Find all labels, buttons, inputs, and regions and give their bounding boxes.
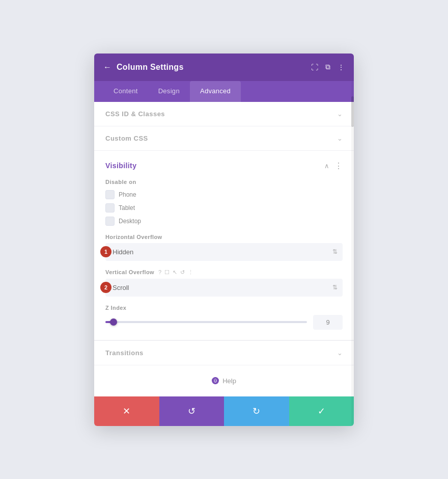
custom-css-chevron: ⌄ [337,135,343,142]
visibility-chevron-up[interactable]: ∧ [324,162,329,170]
panel-footer: ✕ ↺ ↻ ✓ [94,396,354,426]
z-index-label: Z Index [105,305,343,311]
horizontal-overflow-label: Horizontal Overflow [105,234,162,240]
z-index-block: Z Index 9 [105,305,343,330]
transitions-label: Transitions [105,349,144,357]
phone-checkbox[interactable] [105,190,115,199]
desktop-label: Desktop [119,218,141,225]
z-index-slider-thumb[interactable] [110,318,117,326]
phone-label: Phone [119,191,136,198]
panel-title: Column Settings [117,63,184,72]
checkbox-phone-row: Phone [105,190,343,199]
visibility-header-right: ∧ ⋮ [324,161,343,171]
vertical-overflow-icons: ? ☐ ↖ ↺ ⋮ [158,269,193,276]
scrollbar-track [351,81,354,426]
visibility-header: Visibility ∧ ⋮ [105,161,343,171]
css-id-classes-chevron: ⌄ [337,110,343,118]
panel-header: ← Column Settings ⛶ ⧉ ⋮ [94,54,354,81]
help-icon-small[interactable]: ? [158,269,161,275]
horizontal-overflow-label-row: Horizontal Overflow [105,234,343,240]
visibility-more-icon[interactable]: ⋮ [334,161,343,171]
tablet-checkbox[interactable] [105,203,115,212]
tab-design[interactable]: Design [148,81,190,102]
css-id-classes-section[interactable]: CSS ID & Classes ⌄ [94,102,354,126]
help-circle-icon[interactable]: ⓿ [212,377,219,385]
fullscreen-icon[interactable]: ⛶ [311,63,318,71]
cancel-button[interactable]: ✕ [94,396,159,426]
save-button[interactable]: ✓ [289,396,354,426]
column-settings-panel: ← Column Settings ⛶ ⧉ ⋮ Content Design A… [94,54,354,426]
custom-css-label: Custom CSS [105,135,148,142]
vertical-overflow-label: Vertical Overflow [105,269,154,275]
panel-content: CSS ID & Classes ⌄ Custom CSS ⌄ Visibili… [94,102,354,396]
vertical-overflow-select-wrapper: 2 Hidden Visible Scroll Auto ⇅ [105,279,343,297]
css-id-classes-label: CSS ID & Classes [105,110,165,118]
disable-on-label: Disable on [105,179,343,185]
z-index-input[interactable]: 9 [313,315,343,330]
tablet-label: Tablet [119,204,135,211]
scrollbar-thumb[interactable] [351,96,354,127]
vertical-overflow-block: Vertical Overflow ? ☐ ↖ ↺ ⋮ 2 Hidden Vis… [105,269,343,297]
tab-content[interactable]: Content [103,81,148,102]
custom-css-section[interactable]: Custom CSS ⌄ [94,126,354,151]
tablet-icon-small[interactable]: ☐ [164,269,170,276]
vertical-overflow-label-row: Vertical Overflow ? ☐ ↖ ↺ ⋮ [105,269,343,276]
cursor-icon-small[interactable]: ↖ [173,269,177,276]
desktop-checkbox[interactable] [105,217,115,226]
horizontal-overflow-select[interactable]: Hidden Visible Scroll Auto [105,243,343,261]
horizontal-overflow-block: Horizontal Overflow 1 Hidden Visible Scr… [105,234,343,261]
help-label: Help [222,377,236,385]
checkbox-tablet-row: Tablet [105,203,343,212]
reset-icon-small[interactable]: ↺ [180,269,185,276]
vertical-overflow-select[interactable]: Hidden Visible Scroll Auto [105,279,343,297]
visibility-title: Visibility [105,162,136,170]
transitions-section[interactable]: Transitions ⌄ [94,340,354,365]
z-index-row: 9 [105,315,343,330]
more-options-icon[interactable]: ⋮ [338,63,345,71]
header-left: ← Column Settings [103,63,184,72]
help-area: ⓿ Help [94,365,354,396]
vertical-overflow-badge: 2 [100,282,111,293]
split-icon[interactable]: ⧉ [325,63,330,71]
redo-button[interactable]: ↻ [224,396,289,426]
horizontal-overflow-select-wrapper: 1 Hidden Visible Scroll Auto ⇅ [105,243,343,261]
panel-tabs: Content Design Advanced [94,81,354,102]
checkbox-desktop-row: Desktop [105,217,343,226]
horizontal-overflow-badge: 1 [100,246,111,257]
visibility-section: Visibility ∧ ⋮ Disable on Phone Tablet D… [94,151,354,340]
transitions-chevron: ⌄ [337,349,343,357]
reset-button[interactable]: ↺ [159,396,225,426]
back-button[interactable]: ← [103,63,111,72]
tab-advanced[interactable]: Advanced [190,81,241,102]
more-icon-small[interactable]: ⋮ [188,269,193,276]
header-right: ⛶ ⧉ ⋮ [311,63,345,71]
z-index-slider-track[interactable] [105,321,307,323]
